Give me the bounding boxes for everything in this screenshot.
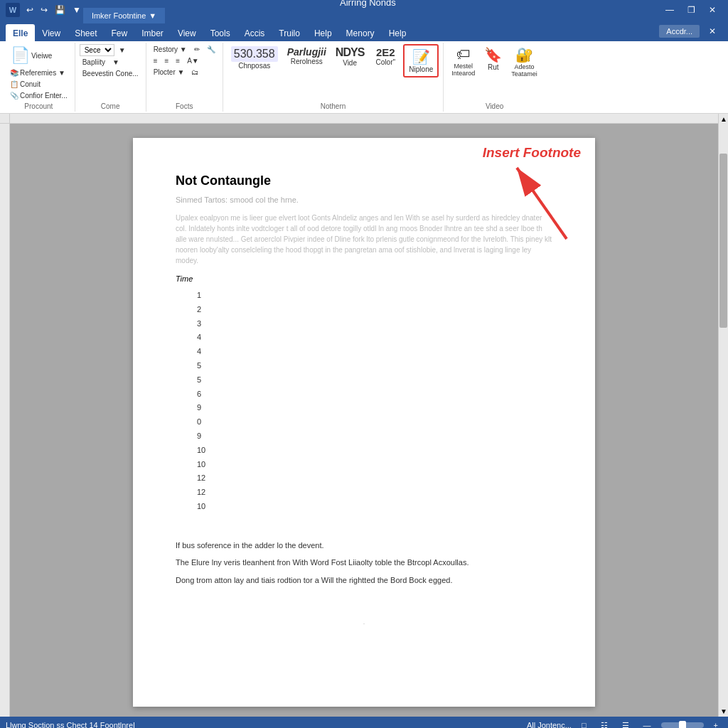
rerolness-icon: Parlugjii [287,46,326,58]
status-zoom-out[interactable]: — [639,719,655,728]
ruler-row [0,114,718,124]
ribbon-tabs: Elle View Sheet Few Imber View Tools Acc… [0,20,728,41]
vieiwe-icon: 📄 [11,46,30,65]
minimize-button[interactable]: — [660,0,680,20]
focts-label: Focts [151,101,218,110]
focts-align3-btn[interactable]: ≡ [173,55,183,66]
referemies-button[interactable]: 📚 Referemies ▼ [7,68,70,78]
beevestin-button[interactable]: Beevestin Cone... [80,68,141,79]
tab-sheet[interactable]: Sheet [68,24,104,41]
focts-align2-btn[interactable]: ≡ [161,55,171,66]
ribbon-group-video: 🏷 MestelIntearod 🔖 Rut 🔐 AdestoTeatamei … [444,43,545,112]
window-controls: — ❐ ✕ [660,0,722,20]
mestel-label: MestelIntearod [451,63,475,77]
tab-help2[interactable]: Help [382,24,414,41]
zoom-slider[interactable] [661,722,704,728]
restory-button[interactable]: Restory ▼ [151,44,190,55]
status-view-btn2[interactable]: ☷ [596,719,612,729]
scroll-up-button[interactable]: ▲ [719,114,728,124]
tab-menory[interactable]: Menory [339,24,382,41]
page-body: Upalex eoalpyon me is lieer gue elvert l… [176,213,552,266]
status-bar: Llwng Soction ss Chect 14 Foontlnrel All… [0,717,728,728]
come-format-btn[interactable]: ▼ [116,45,129,55]
customize-quick-access[interactable]: ▼ [70,4,83,16]
tab-truilo[interactable]: Truilo [272,24,307,41]
mestel-icon: 🏷 [456,46,471,63]
view-dropdown-button[interactable]: Imker Footntine ▼ [83,8,165,23]
scroll-track [719,124,728,706]
list-item: 4 [197,345,552,359]
vide-label: Vide [343,59,357,67]
main-content: Insert Footnote Not Contaungle Sinmed Ta… [0,124,718,717]
list-item: 4 [197,331,552,345]
tab-imber[interactable]: Imber [134,24,171,41]
rerolness-label: Rerolness [291,58,323,65]
status-center: All Jontenc... [527,721,572,728]
color-button[interactable]: 2E2 Color" [370,44,401,68]
close-button[interactable]: ✕ [702,0,722,20]
ribbon-group-come: Sece ▼ Bapliity ▼ Beevestin Cone... Come [75,43,146,112]
plocter-button[interactable]: Plocter ▼ [151,67,188,77]
vide-icon: NDYS [336,46,364,59]
redo-button[interactable]: ↪ [38,4,50,16]
ribbon-close-button[interactable]: ✕ [702,21,722,41]
tab-help1[interactable]: Help [307,24,339,41]
nothern-label: Nothern [228,101,439,110]
chnposas-button[interactable]: 530.358 Chnposas [228,44,282,72]
vieiwe-label: Vieiwe [31,52,52,60]
video-label: Video [448,101,541,110]
scroll-thumb[interactable] [719,154,727,328]
undo-button[interactable]: ↩ [24,4,36,16]
niplone-label: Niplone [409,65,433,73]
vide-button[interactable]: NDYS Vide [332,44,368,69]
ribbon: 📄 Vieiwe 📚 Referemies ▼ 📋 Conuit 📎 Confi… [0,41,728,114]
referemies-icon: 📚 [10,69,18,77]
status-right: All Jontenc... □ ☷ ☰ — + [527,719,722,729]
page-title: Not Contaungle [176,173,552,188]
status-view-btn1[interactable]: □ [577,719,591,728]
color-icon: 2E2 [376,46,395,58]
restore-button[interactable]: ❐ [681,0,701,20]
page-area: Insert Footnote Not Contaungle Sinmed Ta… [10,124,718,717]
list-item: 12 [197,486,552,500]
chnposas-icon: 530.358 [231,46,278,62]
tab-view2[interactable]: View [171,24,203,41]
tab-elle[interactable]: Elle [6,24,35,41]
rerolness-button[interactable]: Parlugjii Rerolness [284,44,330,68]
save-button[interactable]: 💾 [53,4,68,16]
tab-tools[interactable]: Tools [203,24,237,41]
conuit-button[interactable]: 📋 Conuit [7,79,70,90]
status-view-btn3[interactable]: ☰ [618,719,633,729]
come-options-btn[interactable]: ▼ [109,57,122,68]
focts-icon3-btn[interactable]: 🗂 [188,67,201,77]
document-title: Airring Nonds [340,0,396,8]
quick-access-toolbar: ↩ ↪ 💾 ▼ [24,4,83,16]
page-subtitle: Sinmed Tartos: smood col the hrne. [176,196,552,204]
adesto-button[interactable]: 🔐 AdestoTeatamei [508,44,541,80]
nothern-content: 530.358 Chnposas Parlugjii Rerolness NDY… [228,44,439,101]
status-zoom-in[interactable]: + [710,719,722,728]
focts-icon2-btn[interactable]: 🔧 [204,44,218,55]
focts-align1-btn[interactable]: ≡ [151,55,161,66]
account-button[interactable]: Accdr... [659,25,700,38]
ribbon-group-nothern: 530.358 Chnposas Parlugjii Rerolness NDY… [223,43,444,112]
focts-color-btn[interactable]: A▼ [184,55,202,66]
color-label: Color" [376,58,395,66]
tab-few[interactable]: Few [105,24,135,41]
confior-button[interactable]: 📎 Confior Enter... [7,90,70,101]
niplone-button[interactable]: 📝 Niplone [405,46,437,75]
rut-label: Rut [488,63,499,71]
tab-view1[interactable]: View [35,24,68,41]
scroll-down-button[interactable]: ▼ [719,706,728,717]
rut-button[interactable]: 🔖 Rut [481,44,505,73]
zoom-slider-thumb [679,721,686,728]
vieiwe-button[interactable]: 📄 Vieiwe [7,44,70,67]
sece-select[interactable]: Sece [80,44,114,56]
bapliity-button[interactable]: Bapliity [80,57,108,68]
dropdown-arrow-icon: ▼ [149,11,156,20]
focts-icon1-btn[interactable]: ✏ [191,44,203,55]
mestel-button[interactable]: 🏷 MestelIntearod [448,44,478,79]
tab-accis[interactable]: Accis [237,24,272,41]
scrollbar-vertical[interactable]: ▲ ▼ [718,114,728,717]
procount-content: 📄 Vieiwe 📚 Referemies ▼ 📋 Conuit 📎 Confi… [7,44,70,101]
